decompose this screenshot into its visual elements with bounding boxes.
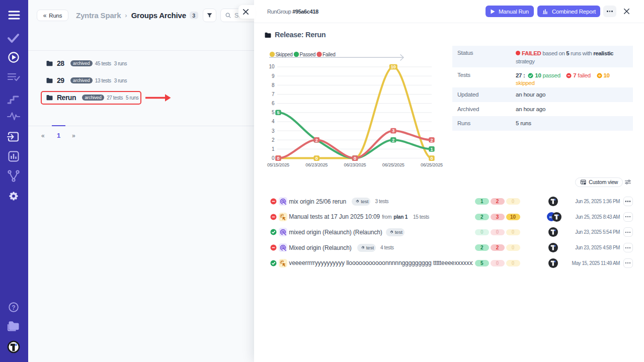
svg-text:2: 2 [272,137,275,143]
svg-text:2: 2 [315,138,318,143]
svg-text:0: 0 [354,156,356,161]
svg-text:10: 10 [269,64,275,69]
svg-text:8: 8 [272,82,275,88]
svg-text:2: 2 [392,138,394,143]
svg-text:6: 6 [272,101,275,106]
svg-text:1: 1 [430,147,433,152]
svg-text:9: 9 [272,73,275,79]
svg-text:2: 2 [430,138,433,143]
svg-text:05/15/2025: 05/15/2025 [267,162,289,167]
svg-text:0: 0 [277,156,279,161]
svg-text:1: 1 [272,146,275,152]
svg-text:10: 10 [391,64,396,69]
svg-text:Skipped: Skipped [276,52,293,57]
svg-text:?: ? [12,304,15,311]
svg-text:0: 0 [315,156,318,161]
svg-text:06/25/2025: 06/25/2025 [421,162,443,167]
svg-text:06/23/2025: 06/23/2025 [344,162,366,167]
svg-text:Failed: Failed [323,52,335,57]
svg-text:Passed: Passed [300,52,316,57]
svg-text:5: 5 [277,110,279,115]
svg-text:4: 4 [272,119,275,124]
svg-text:0: 0 [272,155,275,161]
svg-text:5: 5 [272,110,275,115]
svg-text:06/23/2025: 06/23/2025 [305,162,328,167]
svg-text:3: 3 [392,128,394,133]
svg-text:0: 0 [430,156,433,161]
svg-text:3: 3 [272,128,275,134]
svg-text:7: 7 [272,92,275,97]
svg-text:06/25/2025: 06/25/2025 [382,162,405,167]
